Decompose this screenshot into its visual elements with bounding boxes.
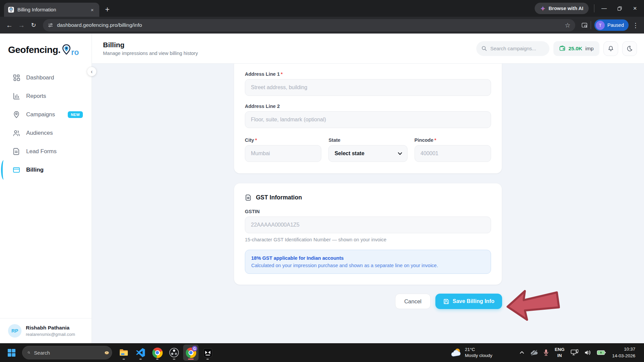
site-info-icon[interactable] — [48, 22, 53, 28]
browser-toolbar: ← → ↻ dashboard.geofencing.pro/billing/i… — [0, 17, 644, 34]
impressions-chip[interactable]: 25.0K imp — [553, 41, 599, 56]
gstin-input[interactable] — [245, 217, 491, 233]
address-bar[interactable]: dashboard.geofencing.pro/billing/info ☆ — [43, 19, 575, 32]
profile-avatar: T — [596, 21, 605, 30]
sidebar-user[interactable]: RP Rishabh Pathania realarensmix@gmail.c… — [0, 318, 92, 343]
tray-chevron-up-icon[interactable] — [519, 350, 525, 355]
start-button[interactable] — [4, 345, 19, 360]
city-input[interactable] — [245, 145, 321, 162]
browser-tab-strip: Billing Information × + Browse with AI —… — [0, 0, 644, 17]
page-header: Billing Manage impressions and view bill… — [92, 34, 644, 64]
gstin-label: GSTIN — [245, 209, 491, 214]
logo-pin-icon — [61, 44, 72, 57]
active-indicator — [1, 160, 6, 180]
taskbar-file-explorer[interactable] — [116, 345, 131, 361]
address2-input[interactable] — [245, 111, 491, 128]
back-button[interactable]: ← — [3, 19, 15, 31]
required-asterisk: * — [255, 137, 257, 143]
gstin-helper-text: 15-character GST Identification Number —… — [245, 237, 491, 242]
sidebar-item-audiences[interactable]: Audiences — [0, 126, 92, 140]
taskbar-obs[interactable] — [166, 345, 182, 361]
sidebar-item-label: Lead Forms — [26, 148, 57, 155]
address1-input[interactable] — [245, 79, 491, 96]
save-icon — [443, 298, 449, 305]
sidebar: Geofencing. ro ‹ Dashboard Reports — [0, 34, 92, 343]
header-actions: 25.0K imp — [476, 41, 637, 56]
battery-icon[interactable] — [597, 350, 606, 356]
sidebar-item-label: Billing — [26, 167, 44, 173]
taskbar-chrome[interactable] — [150, 345, 165, 361]
weather-widget[interactable]: 21°C Mostly cloudy — [450, 347, 492, 359]
search-icon — [28, 350, 30, 355]
required-asterisk: * — [281, 71, 283, 77]
billing-icon — [12, 166, 20, 174]
billing-form: Address Line 1* Address Line 2 City* Sta… — [234, 64, 502, 309]
app-window: Geofencing. ro ‹ Dashboard Reports — [0, 34, 644, 343]
save-billing-button[interactable]: Save Billing Info — [435, 294, 502, 309]
running-indicator — [123, 359, 125, 360]
window-close-button[interactable]: × — [627, 2, 643, 15]
new-tab-button[interactable]: + — [101, 3, 113, 15]
reload-button[interactable]: ↻ — [28, 19, 40, 31]
bookmark-star-icon[interactable]: ☆ — [565, 21, 571, 29]
campaigns-icon — [12, 111, 20, 119]
gemini-star-icon — [540, 6, 546, 11]
sidebar-item-campaigns[interactable]: Campaigns NEW — [0, 107, 92, 122]
impressions-value: 25.0K — [569, 46, 582, 52]
state-select[interactable]: Select state — [328, 145, 407, 162]
language-indicator[interactable]: ENG IN — [555, 347, 565, 358]
file-explorer-icon — [119, 348, 129, 358]
browse-with-ai-button[interactable]: Browse with AI — [535, 3, 589, 14]
toolbar-divider — [591, 21, 591, 29]
volume-icon[interactable] — [584, 349, 591, 356]
taskbar-vscode[interactable] — [133, 345, 148, 361]
tab-close-icon[interactable]: × — [89, 6, 96, 13]
forward-button[interactable]: → — [15, 19, 28, 31]
language-line1: ENG — [555, 347, 565, 353]
scroll-content[interactable]: Address Line 1* Address Line 2 City* Sta… — [92, 64, 644, 343]
taskbar-search[interactable] — [22, 346, 112, 359]
pincode-field: Pincode* — [415, 137, 491, 162]
language-line2: IN — [555, 353, 565, 359]
dashboard-icon — [12, 74, 20, 82]
gst-header: GST Information — [245, 194, 491, 201]
taskbar-capcut[interactable] — [200, 345, 215, 361]
user-name: Rishabh Pathania — [26, 325, 75, 331]
taskbar-clock[interactable]: 10:37 14-03-2026 — [612, 346, 635, 359]
sidebar-item-billing[interactable]: Billing — [0, 163, 92, 177]
profile-chip[interactable]: T Paused — [594, 19, 629, 31]
taskbar-chrome-profile[interactable]: G — [183, 345, 199, 361]
sidebar-item-reports[interactable]: Reports — [0, 89, 92, 104]
microphone-icon[interactable] — [543, 349, 549, 356]
cancel-button[interactable]: Cancel — [395, 294, 430, 309]
new-badge: NEW — [68, 111, 83, 118]
running-indicator — [140, 359, 142, 360]
clock-time: 10:37 — [612, 346, 635, 353]
campaign-search-input[interactable] — [490, 46, 541, 51]
campaign-search[interactable] — [476, 41, 549, 56]
search-icon — [481, 46, 487, 51]
sidebar-item-dashboard[interactable]: Dashboard — [0, 70, 92, 85]
logo-suffix: ro — [71, 48, 79, 57]
window-minimize-button[interactable]: — — [596, 2, 612, 15]
bell-icon — [607, 45, 614, 52]
taskbar-search-input[interactable] — [34, 350, 101, 356]
moon-icon — [626, 45, 633, 52]
dark-mode-button[interactable] — [622, 41, 637, 56]
required-asterisk: * — [434, 137, 436, 143]
sidebar-item-lead-forms[interactable]: Lead Forms — [0, 144, 92, 159]
onedrive-paused-icon[interactable] — [530, 349, 538, 356]
side-panel-icon[interactable] — [579, 19, 591, 31]
browser-menu-icon[interactable]: ⋮ — [631, 21, 641, 29]
audiences-icon — [12, 129, 20, 137]
weather-text: 21°C Mostly cloudy — [465, 347, 492, 359]
window-restore-button[interactable] — [612, 2, 627, 15]
sidebar-collapse-button[interactable]: ‹ — [87, 67, 96, 76]
browser-tab[interactable]: Billing Information × — [4, 3, 99, 17]
obs-icon — [169, 348, 179, 358]
page-header-titles: Billing Manage impressions and view bill… — [103, 41, 198, 56]
notifications-button[interactable] — [603, 41, 618, 56]
pincode-input[interactable] — [415, 145, 491, 162]
tab-title: Billing Information — [17, 7, 56, 12]
network-icon[interactable] — [571, 349, 579, 356]
